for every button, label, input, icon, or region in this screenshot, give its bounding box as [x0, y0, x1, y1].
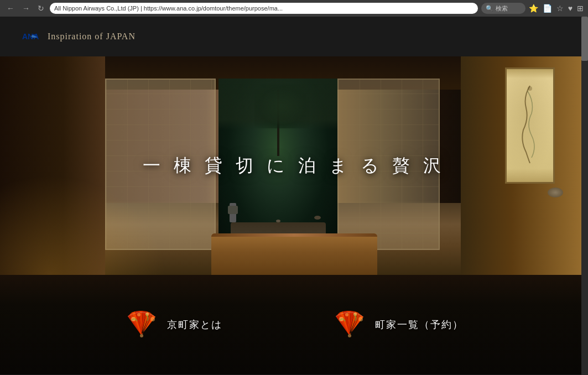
hero-main-text: 一 棟 貸 切 に 泊 ま る 贅 沢	[143, 154, 445, 178]
search-icon: 🔍	[486, 5, 493, 12]
svg-point-17	[150, 317, 155, 321]
scroll-painting	[507, 69, 553, 182]
scroll-art-svg	[512, 75, 548, 166]
reading-icon[interactable]: 📄	[543, 4, 552, 13]
nav-item-kyomachiya[interactable]: 京町家とは	[125, 308, 222, 341]
back-wall	[218, 79, 337, 130]
svg-point-27	[348, 334, 351, 337]
ana-logo-svg: ANA	[22, 31, 39, 42]
decorative-rock	[548, 188, 563, 197]
stone2	[314, 216, 321, 220]
nav-item-list[interactable]: 町家一覧（予約）	[333, 308, 464, 341]
fan-icon-2	[333, 308, 366, 341]
bookmark-icon[interactable]: ⭐	[529, 4, 538, 13]
stone1	[276, 220, 280, 222]
stone-lantern	[230, 203, 236, 222]
menu-icon[interactable]: ⊞	[577, 4, 584, 13]
ana-tagline: Inspiration of JAPAN	[48, 32, 136, 41]
hanging-scroll	[505, 67, 555, 184]
fan-icon-1	[125, 308, 158, 341]
browser-search[interactable]: 🔍 検索	[481, 3, 525, 14]
favorites-icon[interactable]: ♥	[568, 4, 573, 13]
lantern-head	[228, 206, 238, 214]
ana-logo[interactable]: ANA	[22, 31, 39, 42]
bottom-navigation: 京町家とは	[0, 275, 588, 374]
address-bar[interactable]: All Nippon Airways Co.,Ltd (JP) | https:…	[50, 3, 478, 14]
floor-light	[0, 175, 166, 275]
browser-toolbar: ⭐ 📄 ☆ ♥ ⊞	[529, 4, 584, 13]
hero-section: 一 棟 貸 切 に 泊 ま る 贅 沢	[0, 56, 588, 275]
fan-svg-2	[333, 308, 366, 341]
url-text: All Nippon Airways Co.,Ltd (JP) | https:…	[54, 5, 473, 12]
ana-header: ANA Inspiration of JAPAN	[0, 17, 588, 56]
svg-point-31	[358, 317, 363, 321]
fan-svg-1	[125, 308, 158, 341]
forward-button[interactable]: →	[20, 3, 32, 14]
svg-point-13	[140, 334, 143, 337]
reload-button[interactable]: ↻	[35, 3, 46, 14]
table-edge	[211, 233, 377, 237]
svg-point-3	[528, 86, 532, 91]
nav-label-1: 京町家とは	[167, 318, 222, 331]
low-table	[211, 233, 377, 275]
search-text: 検索	[496, 4, 508, 13]
svg-point-29	[345, 313, 348, 316]
nav-label-2: 町家一覧（予約）	[375, 318, 464, 331]
scrollbar-thumb[interactable]	[581, 17, 588, 61]
history-icon[interactable]: ☆	[556, 4, 564, 13]
back-button[interactable]: ←	[4, 3, 17, 14]
svg-point-15	[137, 313, 141, 316]
scrollbar[interactable]	[581, 17, 588, 375]
browser-chrome: ← → ↻ All Nippon Airways Co.,Ltd (JP) | …	[0, 0, 588, 17]
right-wall	[461, 56, 588, 275]
